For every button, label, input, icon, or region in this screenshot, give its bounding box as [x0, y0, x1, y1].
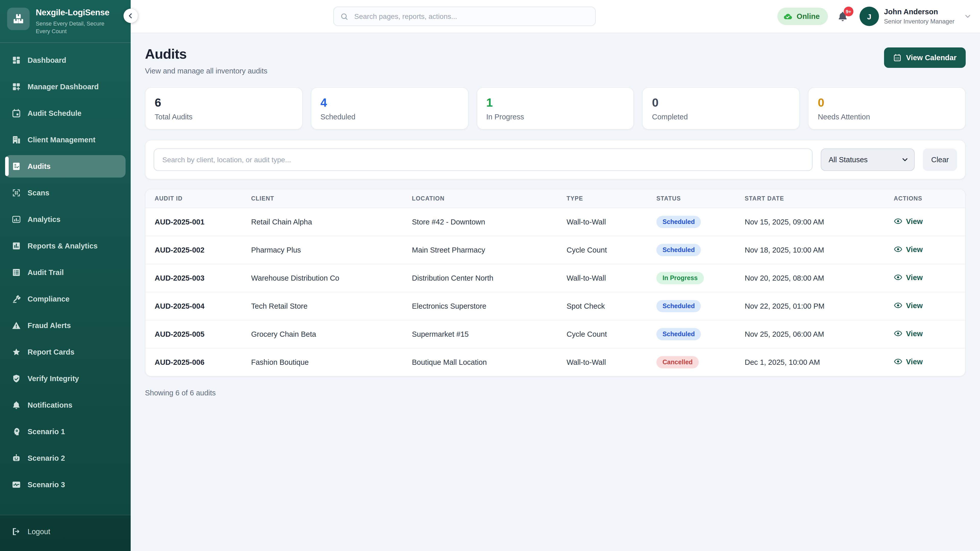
actions-cell: View: [894, 320, 966, 348]
sidebar-item-label: Analytics: [27, 215, 60, 223]
view-calendar-label: View Calendar: [906, 54, 956, 62]
view-calendar-button[interactable]: View Calendar: [884, 48, 966, 68]
stat-label: Needs Attention: [818, 113, 956, 121]
user-menu[interactable]: J John Anderson Senior Inventory Manager: [859, 6, 972, 26]
sidebar-item-manager-dashboard[interactable]: Manager Dashboard: [5, 75, 126, 98]
clear-filters-button[interactable]: Clear: [923, 148, 957, 171]
stat-value: 4: [321, 96, 459, 110]
sidebar-item-notifications[interactable]: Notifications: [5, 394, 126, 416]
eye-icon: [894, 245, 902, 254]
sidebar-item-label: Audits: [27, 162, 51, 170]
sidebar-item-label: Client Management: [27, 135, 95, 144]
status-cell: In Progress: [656, 264, 745, 292]
chevron-left-icon: [127, 12, 135, 20]
status-badge: Scheduled: [656, 244, 701, 256]
view-audit-link[interactable]: View: [894, 329, 923, 338]
eye-icon: [894, 217, 902, 225]
audit-search-input[interactable]: [154, 148, 813, 171]
user-name: John Anderson: [884, 8, 955, 17]
view-audit-link[interactable]: View: [894, 245, 923, 254]
dashboard-icon: [12, 56, 21, 65]
view-label: View: [906, 217, 923, 225]
view-audit-link[interactable]: View: [894, 273, 923, 282]
sidebar-item-audit-schedule[interactable]: Audit Schedule: [5, 102, 126, 124]
notifications-button[interactable]: 9+: [837, 11, 848, 22]
sidebar-item-scenario-1[interactable]: Scenario 1: [5, 420, 126, 443]
stat-value: 0: [652, 96, 791, 110]
brand: Nexgile-LogiSense Sense Every Detail, Se…: [0, 0, 130, 43]
type-cell: Cycle Count: [566, 320, 656, 348]
sidebar-item-audit-trail[interactable]: Audit Trail: [5, 261, 126, 283]
sidebar-item-dashboard[interactable]: Dashboard: [5, 49, 126, 71]
packages-icon: [12, 12, 25, 25]
column-header-location: Location: [412, 189, 566, 208]
actions-cell: View: [894, 264, 966, 292]
sidebar-nav: DashboardManager DashboardAudit Schedule…: [0, 43, 130, 515]
sidebar-item-scenario-3[interactable]: Scenario 3: [5, 473, 126, 495]
global-search-input[interactable]: [353, 12, 589, 21]
client-cell: Warehouse Distribution Co: [251, 264, 412, 292]
status-badge: Scheduled: [656, 216, 701, 228]
stat-label: In Progress: [486, 113, 625, 121]
sidebar-item-scenario-2[interactable]: Scenario 2: [5, 447, 126, 469]
stat-value: 0: [818, 96, 956, 110]
stat-value: 1: [486, 96, 625, 110]
avatar: J: [859, 6, 879, 26]
logout-button[interactable]: Logout: [5, 520, 126, 543]
audit-id-cell: AUD-2025-001: [145, 208, 251, 236]
view-audit-link[interactable]: View: [894, 357, 923, 366]
view-label: View: [906, 357, 923, 365]
eye-icon: [894, 301, 902, 310]
global-search: [333, 6, 596, 26]
type-cell: Cycle Count: [566, 236, 656, 264]
sidebar-item-label: Scenario 1: [27, 427, 65, 435]
view-audit-link[interactable]: View: [894, 301, 923, 310]
sidebar-item-report-cards[interactable]: Report Cards: [5, 341, 126, 363]
eye-icon: [894, 357, 902, 366]
sidebar-item-analytics[interactable]: Analytics: [5, 208, 126, 230]
calendar-icon: [893, 54, 901, 62]
sidebar-item-label: Report Cards: [27, 348, 75, 356]
table-row: AUD-2025-005Grocery Chain BetaSupermarke…: [145, 320, 966, 348]
stat-card-needs-attention: 0Needs Attention: [808, 87, 966, 130]
sidebar-item-client-management[interactable]: Client Management: [5, 128, 126, 151]
sidebar-item-scans[interactable]: Scans: [5, 181, 126, 204]
actions-cell: View: [894, 348, 966, 376]
sidebar-item-label: Verify Integrity: [27, 374, 79, 383]
sidebar-item-reports-analytics[interactable]: Reports & Analytics: [5, 234, 126, 257]
audits-table-card: Audit IDClientLocationTypeStatusStart Da…: [145, 189, 966, 376]
status-cell: Scheduled: [656, 208, 745, 236]
chevron-down-icon: [964, 12, 972, 21]
type-cell: Wall-to-Wall: [566, 208, 656, 236]
view-audit-link[interactable]: View: [894, 217, 923, 225]
manager-dashboard-icon: [12, 82, 21, 91]
column-header-actions: Actions: [894, 189, 966, 208]
location-cell: Supermarket #15: [412, 320, 566, 348]
audit-id-cell: AUD-2025-002: [145, 236, 251, 264]
stat-card-in-progress: 1In Progress: [476, 87, 634, 130]
cloud-check-icon: [783, 11, 793, 21]
sidebar-item-label: Scenario 3: [27, 480, 65, 489]
brand-name: Nexgile-LogiSense: [36, 8, 112, 18]
start-date-cell: Nov 20, 2025, 08:00 AM: [745, 264, 894, 292]
bell-icon: [12, 400, 21, 410]
client-cell: Pharmacy Plus: [251, 236, 412, 264]
sidebar-item-label: Notifications: [27, 401, 73, 409]
sidebar-item-audits[interactable]: Audits: [5, 155, 126, 177]
column-header-client: Client: [251, 189, 412, 208]
topbar-right: Online 9+ J John Anderson Senior Invento…: [777, 0, 972, 33]
sidebar-item-label: Audit Schedule: [27, 109, 81, 117]
user-info: John Anderson Senior Inventory Manager: [884, 8, 955, 25]
sidebar-item-compliance[interactable]: Compliance: [5, 287, 126, 310]
notification-count-badge: 9+: [844, 6, 853, 16]
sidebar-item-fraud-alerts[interactable]: Fraud Alerts: [5, 314, 126, 337]
view-label: View: [906, 273, 923, 281]
status-select[interactable]: All Statuses: [821, 148, 915, 171]
stat-label: Completed: [652, 113, 791, 121]
audits-table: Audit IDClientLocationTypeStatusStart Da…: [145, 189, 966, 376]
sidebar-collapse-button[interactable]: [124, 9, 138, 23]
sidebar-item-verify-integrity[interactable]: Verify Integrity: [5, 367, 126, 389]
view-label: View: [906, 329, 923, 338]
audit-id-cell: AUD-2025-005: [145, 320, 251, 348]
status-badge: Scheduled: [656, 328, 701, 340]
